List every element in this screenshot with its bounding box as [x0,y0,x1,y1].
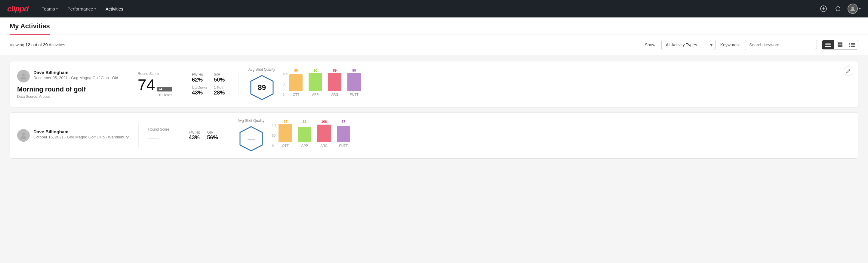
activity-user-avatar [17,129,30,142]
bar-arg-wrapper [328,73,341,91]
round-score-label: Round Score [148,127,169,132]
view-toggle-group [822,40,858,50]
bar-ott-wrapper [289,73,303,91]
svg-rect-9 [838,45,840,47]
bar-putt: 89 PUTT [347,68,361,96]
stat-pairs-section: FW Hit 43% GIR 56% [189,130,218,141]
bar-arg-wrapper [317,124,331,142]
activity-title: Morning round of golf [17,85,118,93]
bar-putt: 87 PUTT [337,120,350,147]
keyword-search-input[interactable] [745,40,817,50]
bar-app: 90 APP [309,68,322,96]
holes-label: 18 Holes [157,93,172,97]
activity-type-select-wrapper[interactable]: All Activity Types [661,40,715,50]
bar-chart: 85 OTT 90 APP [289,72,361,96]
edit-button[interactable] [844,66,853,76]
nav-performance[interactable]: Performance ▾ [64,4,99,14]
score-diff-badge: +4 [157,87,172,91]
bar-ott-value: 85 [294,68,298,72]
view-list-full-button[interactable] [846,40,858,49]
nav-activities[interactable]: Activities [102,4,127,14]
updown-stat: Up/Down 43% [192,85,207,96]
gir-stat: GIR 56% [207,130,218,141]
y-axis-labels: 100 50 0 [283,72,288,96]
bar-putt-value: 87 [342,120,345,123]
gir-value: 56% [207,135,218,141]
hex-score-display: 89 [248,74,276,101]
fw-hit-stat: FW Hit 43% [189,130,200,141]
hex-score-display: — [238,125,265,152]
bar-arg: 89 ARG [328,68,341,96]
page-title-bar: My Activities [0,18,868,35]
view-grid-button[interactable] [834,40,846,49]
shot-quality-chart: 100 50 0 85 OTT [283,72,361,96]
main-nav: Teams ▾ Performance ▾ Activities [38,4,809,14]
score-number: — [148,133,159,144]
bar-app-bar [298,127,311,142]
round-score-section: Round Score — [148,127,169,144]
round-score-value: — [148,133,169,144]
nav-teams[interactable]: Teams ▾ [38,4,61,14]
round-score-label: Round Score [138,71,172,76]
avg-shot-quality-section: Avg Shot Quality 89 100 50 0 [248,67,361,101]
filters-row: Viewing 12 out of 29 Activities Show: Al… [0,35,868,55]
bar-ott-label: OTT [292,93,299,96]
activity-type-select[interactable]: All Activity Types [661,40,715,50]
refresh-icon[interactable] [833,4,843,13]
bar-ott: 85 OTT [289,68,303,96]
show-label: Show: [645,42,657,47]
bar-ott-bar [279,124,292,142]
bar-arg-value: 89 [333,68,337,72]
score-number: 74 [138,77,155,93]
shot-quality-chart: 100 50 0 94 OTT [272,123,350,147]
avg-shot-quality-label: Avg Shot Quality [238,119,265,123]
svg-rect-4 [825,43,831,43]
bar-putt-label: PUTT [350,93,359,96]
svg-point-19 [22,133,25,136]
svg-rect-8 [840,42,842,45]
fw-hit-value: 43% [189,135,200,141]
avatar-chevron-icon: ▾ [859,7,861,11]
bar-app-label: APP [301,144,308,147]
svg-rect-15 [849,46,850,47]
card-content: Dave Billingham December 05, 2021 · Gog … [17,67,851,101]
svg-rect-13 [849,45,850,46]
oneputt-value: 28% [214,90,228,96]
card-content: Dave Billingham October 16, 2021 · Gog M… [17,119,851,152]
fw-hit-label: FW Hit [192,72,207,77]
divider [179,123,179,147]
avg-shot-quality-section: Avg Shot Quality — 100 50 0 [238,119,350,152]
svg-point-3 [851,7,854,9]
svg-rect-7 [838,42,840,45]
card-user-info: Dave Billingham October 16, 2021 · Gog M… [33,129,129,139]
updown-value: 43% [192,90,207,96]
bar-ott: 94 OTT [279,120,292,147]
bar-app-bar [309,73,322,91]
bar-putt-label: PUTT [339,144,348,147]
page-title: My Activities [10,22,50,35]
add-icon[interactable] [819,4,828,13]
svg-rect-10 [840,45,842,47]
updown-label: Up/Down [192,85,207,90]
round-score-section: Round Score 74 +4 18 Holes [138,71,172,97]
svg-rect-16 [851,46,855,47]
bar-app-wrapper [298,124,311,142]
bar-arg-bar [328,73,341,91]
card-user-section: Dave Billingham December 05, 2021 · Gog … [17,70,118,99]
gir-value: 50% [214,77,228,83]
activity-user-avatar [17,70,30,83]
app-logo[interactable]: clippd [7,4,29,13]
performance-chevron-icon: ▾ [94,7,96,10]
hex-score-number: — [248,135,255,143]
svg-rect-6 [825,46,831,47]
bar-ott-bar [289,74,303,91]
gir-label: GIR [214,72,228,77]
viewing-count-text: Viewing 12 out of 29 Activities [10,42,640,47]
activity-card: Dave Billingham December 05, 2021 · Gog … [10,61,858,108]
bar-putt-wrapper [347,73,361,91]
bar-arg: 106 ARG [317,120,331,147]
card-user-section: Dave Billingham October 16, 2021 · Gog M… [17,129,129,142]
user-avatar-button[interactable]: ▾ [847,4,861,14]
view-list-compact-button[interactable] [822,40,834,49]
user-meta: October 16, 2021 · Gog Magog Golf Club ·… [33,135,129,139]
